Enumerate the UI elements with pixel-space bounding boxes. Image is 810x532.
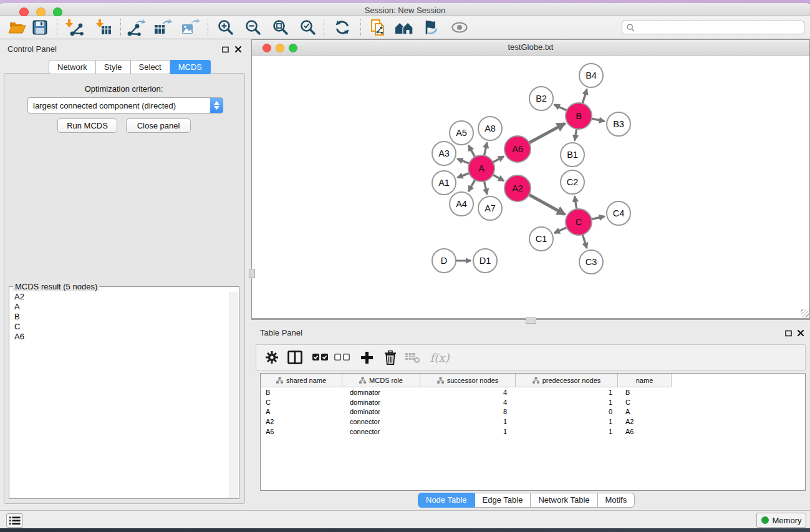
tab-mcds[interactable]: MCDS [170,60,211,74]
table-cell[interactable]: 4 [420,399,516,406]
import-table-button[interactable] [92,17,115,37]
table-cell[interactable]: 0 [516,408,618,415]
table-cell[interactable]: connector [342,428,420,435]
graph-node-A3[interactable]: A3 [432,142,456,165]
select-all-button[interactable] [309,345,330,370]
delete-column-button[interactable] [402,345,423,370]
run-mcds-button[interactable]: Run MCDS [57,118,117,133]
table-panel-close-button[interactable] [797,329,804,339]
mcds-result-item[interactable]: B [10,312,230,322]
graph-node-C[interactable]: C [566,209,592,235]
graphics-details-button[interactable] [419,17,443,37]
graph-node-A[interactable]: A [468,155,494,181]
table-row[interactable]: Bdominator41B [261,387,805,397]
export-image-button[interactable] [178,17,202,37]
home-button[interactable] [392,17,416,37]
table-cell[interactable]: 1 [420,418,516,425]
table-panel-float-button[interactable] [785,329,792,339]
graph-node-C4[interactable]: C4 [607,201,630,225]
graph-node-B2[interactable]: B2 [529,87,553,110]
table-cell[interactable]: 1 [516,428,618,435]
zoom-in-button[interactable] [214,17,238,37]
table-cell[interactable]: 1 [516,389,618,396]
graph-node-B1[interactable]: B1 [561,143,584,167]
column-header-name[interactable]: name [618,374,672,387]
table-cell[interactable]: dominator [342,399,420,406]
vertical-divider-handle[interactable] [249,269,255,278]
mcds-result-item[interactable]: A6 [10,332,230,342]
table-cell[interactable]: A2 [261,418,342,425]
table-cell[interactable]: A6 [261,428,342,435]
graph-node-A1[interactable]: A1 [432,171,456,195]
graph-node-A5[interactable]: A5 [450,121,473,145]
table-cell[interactable]: A [261,408,342,415]
tab-node-table[interactable]: Node Table [418,493,475,508]
graph-node-C2[interactable]: C2 [561,170,584,194]
graph-node-A8[interactable]: A8 [478,117,502,140]
export-table-button[interactable] [151,17,175,37]
table-row[interactable]: A2connector11A2 [261,417,805,427]
refresh-button[interactable] [330,17,354,37]
table-cell[interactable]: A6 [618,428,672,435]
mcds-result-item[interactable]: A [10,302,230,312]
table-settings-button[interactable] [261,345,282,370]
network-window-titlebar[interactable]: testGlobe.txt [252,40,809,56]
graph-node-D[interactable]: D [432,249,456,273]
horizontal-divider-handle[interactable] [526,317,536,324]
close-panel-button[interactable]: Close panel [126,118,191,133]
column-header-successor-nodes[interactable]: successor nodes [420,374,516,387]
graph-node-A4[interactable]: A4 [450,192,473,216]
mcds-result-list[interactable]: A2ABCA6 [10,292,230,498]
tab-network-table[interactable]: Network Table [531,493,597,508]
column-header-shared-name[interactable]: shared name [261,374,342,387]
tab-select[interactable]: Select [131,60,170,74]
table-cell[interactable]: 1 [516,399,618,406]
column-header-predecessor-nodes[interactable]: predecessor nodes [516,374,618,387]
graph-node-B4[interactable]: B4 [579,64,603,87]
table-cell[interactable]: dominator [342,408,420,415]
network-graph-canvas[interactable]: B4B2BB3A8A5A6A3B1AA1C2A2A4A7C4CC1C3DD1 [252,56,809,318]
mcds-result-item[interactable]: C [10,322,230,332]
tab-network[interactable]: Network [49,60,96,74]
table-cell[interactable]: 4 [420,389,516,396]
table-cell[interactable]: 1 [516,418,618,425]
clone-network-button[interactable] [367,17,390,37]
control-panel-float-button[interactable] [222,46,229,55]
graph-node-B3[interactable]: B3 [607,112,630,136]
table-cell[interactable]: B [261,389,342,396]
main-titlebar[interactable]: Session: New Session [0,3,810,16]
open-session-button[interactable] [6,17,29,37]
table-cell[interactable]: 1 [420,428,516,435]
export-network-button[interactable] [124,17,148,37]
table-cell[interactable]: C [261,399,342,406]
unselect-all-button[interactable] [331,345,352,370]
tab-edge-table[interactable]: Edge Table [475,493,531,508]
table-cell[interactable]: A [618,408,672,415]
create-column-button[interactable] [356,345,377,370]
table-cell[interactable]: B [618,389,672,396]
criterion-dropdown[interactable]: largest connected component (directed) [27,97,223,114]
tab-style[interactable]: Style [96,60,131,74]
search-input[interactable] [637,22,804,33]
graph-node-A6[interactable]: A6 [504,136,531,162]
zoom-selected-button[interactable] [296,17,320,37]
graph-node-C1[interactable]: C1 [529,227,553,251]
eye-button[interactable] [448,17,471,37]
graph-node-A7[interactable]: A7 [478,196,502,220]
table-row[interactable]: Cdominator41C [261,397,805,407]
mcds-result-item[interactable]: A2 [10,292,230,302]
table-cell[interactable]: connector [342,418,420,425]
network-view-window[interactable]: testGlobe.txt B4B2BB3A8A5A6A3B1AA1C2A2A4… [251,39,810,319]
show-columns-button[interactable] [284,345,306,370]
zoom-fit-button[interactable] [269,17,292,37]
table-row[interactable]: A6connector11A6 [261,427,805,437]
zoom-out-button[interactable] [241,17,265,37]
column-header-mcds-role[interactable]: MCDS role [342,374,420,387]
table-cell[interactable]: C [618,399,672,406]
mcds-result-scrollbar[interactable] [229,292,238,498]
graph-node-C3[interactable]: C3 [579,250,603,274]
search-field[interactable] [622,21,804,34]
table-cell[interactable]: dominator [342,389,420,396]
graph-node-B[interactable]: B [566,103,592,129]
table-row[interactable]: Adominator80A [261,407,805,417]
